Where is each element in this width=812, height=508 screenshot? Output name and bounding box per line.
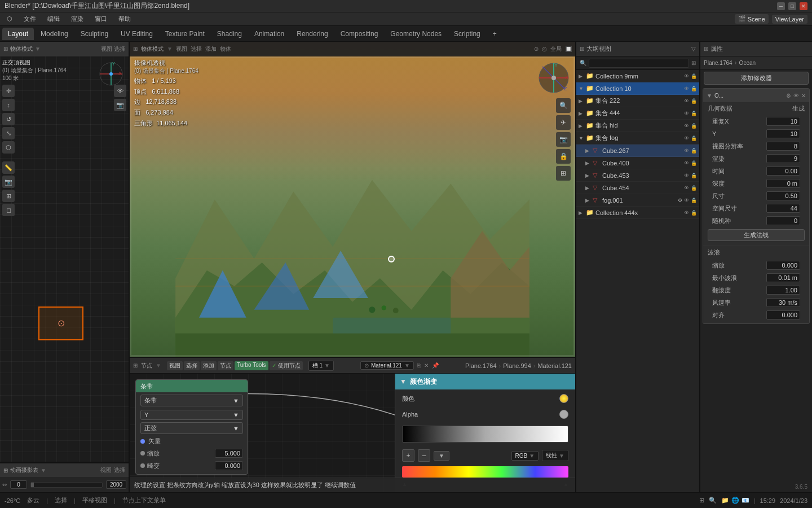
maximize-button[interactable]: □	[788, 2, 796, 10]
mod-settings-icon[interactable]: ⚙	[786, 93, 791, 99]
transform-tool[interactable]: ⬡	[2, 141, 15, 154]
view-menu[interactable]: 视图	[101, 45, 112, 53]
move-tool[interactable]: ↕	[2, 99, 15, 111]
camera-tool[interactable]: 📷	[2, 176, 15, 188]
repeat-y-value[interactable]: 10	[766, 129, 800, 138]
min-wave-value[interactable]: 0.01 m	[766, 273, 800, 282]
tab-texture-paint[interactable]: Texture Paint	[160, 28, 210, 40]
menu-file[interactable]: 文件	[21, 14, 38, 24]
display-mode[interactable]: 🔲	[565, 46, 572, 52]
slot-selector[interactable]: 槽 1 ▼	[308, 361, 334, 371]
distort-value[interactable]: 0.000	[215, 461, 243, 470]
tab-scripting[interactable]: Scripting	[448, 28, 486, 40]
current-frame-input[interactable]: 0	[10, 480, 27, 489]
scale-value[interactable]: 5.000	[215, 449, 243, 458]
anim-select-menu[interactable]: 选择	[114, 466, 125, 474]
ne-copy-btn[interactable]: ⎘	[417, 362, 421, 369]
ne-select-menu[interactable]: 选择	[184, 361, 200, 370]
collapse-icon[interactable]: ▼	[400, 378, 407, 386]
wave-scale-value[interactable]: 0.000	[766, 261, 800, 270]
outliner-search-input[interactable]	[589, 59, 689, 68]
global-local[interactable]: 全局	[550, 45, 562, 53]
ne-add-menu[interactable]: 添加	[201, 361, 217, 370]
scale-tool[interactable]: ⤡	[2, 127, 15, 139]
scene-selector[interactable]: 🎬 Scene	[735, 14, 769, 24]
strip-type-dropdown[interactable]: 条带 ▼	[140, 395, 243, 406]
generate-normals-btn[interactable]: 生成法线	[708, 229, 805, 241]
minimize-button[interactable]: ─	[777, 2, 785, 10]
proportional-icon[interactable]: ◎	[542, 46, 547, 52]
tree-item-cube453[interactable]: ▶ ▽ Cube.453 👁 🔒	[576, 169, 699, 182]
repeat-x-value[interactable]: 10	[766, 117, 800, 126]
zoom-in-icon[interactable]: 🔍	[556, 98, 571, 113]
menu-window[interactable]: 窗口	[92, 14, 109, 24]
strip-axis-dropdown[interactable]: Y ▼	[140, 410, 243, 420]
grid-tool[interactable]: ⊞	[2, 190, 15, 202]
render-value[interactable]: 9	[766, 154, 800, 163]
camera-icon[interactable]: 📷	[556, 132, 571, 147]
tab-geometry-nodes[interactable]: Geometry Nodes	[385, 28, 447, 40]
tree-item-colhid[interactable]: ▶ 📁 集合 hid 👁 🔒	[576, 120, 699, 132]
anim-view-menu[interactable]: 视图	[100, 466, 112, 474]
tree-item-fog001[interactable]: ▶ ▽ fog.001 ⚙ 👁 🔒	[576, 194, 699, 207]
view-btn[interactable]: 👁	[114, 85, 126, 97]
tab-shading[interactable]: Shading	[211, 28, 248, 40]
time-value[interactable]: 0.00	[766, 167, 800, 176]
tab-compositing[interactable]: Compositing	[335, 28, 384, 40]
add-modifier-btn[interactable]: 添加修改器	[704, 72, 809, 85]
tree-item-cube267[interactable]: ▶ ▽ Cube.267 👁 🔒	[576, 144, 699, 157]
search-icon[interactable]: 🔍	[709, 497, 717, 504]
bevel-tool[interactable]: ◻	[2, 204, 15, 216]
mod-visibility-icon[interactable]: 👁	[793, 93, 799, 99]
wind-value[interactable]: 30 m/s	[766, 298, 800, 307]
anim-arrow-left[interactable]: ⇔	[2, 481, 7, 488]
tab-modeling[interactable]: Modeling	[35, 28, 74, 40]
end-frame-input[interactable]: 2000	[106, 480, 126, 489]
grid-icon[interactable]: ⊞	[556, 166, 571, 181]
viewport-add-menu[interactable]: 添加	[205, 45, 217, 53]
tab-add[interactable]: +	[487, 28, 502, 40]
tree-item-colfog[interactable]: ▼ 📁 集合 fog 👁 🔒	[576, 132, 699, 144]
tree-item-col444x[interactable]: ▶ 📁 Collection 444x 👁 🔒	[576, 207, 699, 219]
material-selector[interactable]: ⊙ Material.121 ▼	[360, 361, 414, 370]
cursor-tool[interactable]: ✛	[2, 85, 15, 97]
tree-item-cube454[interactable]: ▶ ▽ Cube.454 👁 🔒	[576, 182, 699, 194]
lock-icon[interactable]: 🔒	[556, 149, 571, 164]
gradient-bar[interactable]	[402, 426, 568, 443]
tree-item-cube400[interactable]: ▶ ▽ Cube.400 👁 🔒	[576, 157, 699, 169]
measure-tool[interactable]: 📏	[2, 161, 15, 174]
use-nodes-toggle[interactable]: ✓ 使用节点	[270, 361, 303, 370]
fly-icon[interactable]: ✈	[556, 115, 571, 130]
ne-pin-btn[interactable]: 📌	[432, 362, 439, 369]
tree-item-collection10[interactable]: ▼ 📁 Collection 10 👁 🔒	[576, 82, 699, 95]
tab-layout[interactable]: Layout	[2, 28, 34, 40]
arrow-down-btn[interactable]: ▼	[434, 451, 449, 461]
depth-value[interactable]: 0 m	[766, 179, 800, 188]
mod-collapse-icon[interactable]: ▼	[707, 93, 712, 99]
strip-wave-dropdown[interactable]: 正弦 ▼	[140, 422, 243, 434]
size-value[interactable]: 0.50	[766, 191, 800, 200]
tree-item-col222[interactable]: ▶ 📁 集合 222 👁 🔒	[576, 95, 699, 107]
mod-delete-icon[interactable]: ✕	[801, 93, 806, 99]
start-icon[interactable]: ⊞	[699, 497, 704, 504]
resolution-value[interactable]: 8	[766, 142, 800, 151]
ne-close-btn[interactable]: ✕	[424, 362, 429, 369]
interp-mode-dropdown[interactable]: 线性 ▼	[542, 450, 568, 461]
tree-item-collection9mm[interactable]: ▶ 📁 Collection 9mm 👁 🔒	[576, 70, 699, 82]
random-value[interactable]: 0	[766, 216, 800, 225]
select-menu[interactable]: 选择	[114, 45, 125, 53]
node-canvas[interactable]: 条带 条带 ▼ Y ▼	[130, 374, 575, 492]
menu-edit[interactable]: 编辑	[45, 14, 62, 24]
color-swatch[interactable]	[559, 394, 568, 403]
blender-logo[interactable]: ⬡	[5, 14, 15, 24]
spatial-value[interactable]: 44	[766, 204, 800, 213]
viewport-view-menu[interactable]: 视图	[176, 45, 187, 53]
render-btn[interactable]: 📷	[114, 99, 126, 111]
snap-icon[interactable]: ⊙	[534, 46, 539, 52]
menu-help[interactable]: 帮助	[116, 14, 133, 24]
viewport-object-menu[interactable]: 物体	[220, 45, 231, 53]
tab-rendering[interactable]: Rendering	[291, 28, 333, 40]
roll-value[interactable]: 1.00	[766, 286, 800, 295]
ne-view-menu[interactable]: 视图	[167, 361, 183, 370]
filter-icon[interactable]: ⊞	[691, 60, 696, 66]
